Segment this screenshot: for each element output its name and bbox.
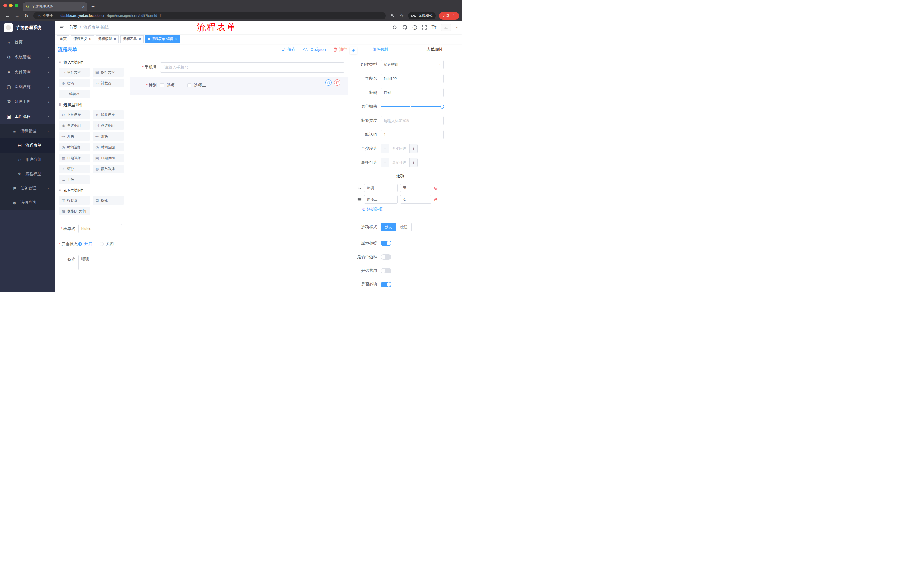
fullscreen-icon[interactable] [422,25,427,30]
status-on-radio[interactable]: 开启 [78,242,92,247]
font-size-icon[interactable]: TT [431,25,436,30]
palette-item-multi-line-text[interactable]: ▤多行文本 [93,68,124,77]
option-label-input[interactable] [364,195,398,204]
back-icon[interactable]: ← [3,13,12,18]
palette-item-slider[interactable]: ⊷滑块 [93,132,124,141]
palette-item-button[interactable]: ⊡按钮 [93,196,124,204]
copy-field-button[interactable] [325,79,332,86]
title-input[interactable] [381,88,444,97]
field-name-input[interactable] [381,74,444,83]
github-icon[interactable] [402,25,408,30]
phone-field-row[interactable]: 手机号 [130,62,348,72]
breadcrumb-home[interactable]: 首页 [69,25,77,30]
save-button[interactable]: 保存 [281,47,295,52]
hamburger-icon[interactable] [55,25,69,30]
option-value-input[interactable] [400,195,431,204]
bookmark-star-icon[interactable]: ☆ [398,13,406,18]
palette-item-time-range[interactable]: ◶时间范围 [93,143,124,151]
drag-handle-icon[interactable] [357,186,361,190]
tab-process-form-edit[interactable]: 流程表单-编辑× [145,35,180,43]
sidebar-item-process-model[interactable]: ✈流程模型 [0,167,55,181]
sidebar-logo[interactable]: 芋道管理系统 [0,21,55,35]
sidebar-item-process-form[interactable]: ▤流程表单 [0,138,55,153]
min-select-input[interactable] [389,144,409,153]
tab-process-form[interactable]: 流程表单× [120,35,144,43]
password-key-icon[interactable] [389,13,397,18]
palette-item-switch[interactable]: ⊶开关 [59,132,90,141]
palette-item-counter[interactable]: 123计数器 [93,79,124,87]
form-name-input[interactable] [78,224,122,233]
close-icon[interactable]: × [89,37,91,41]
sidebar-item-infrastructure[interactable]: ▢基础设施∨ [0,79,55,94]
palette-item-single-line-text[interactable]: ▭单行文本 [59,68,90,77]
forward-icon[interactable]: → [13,13,22,18]
decrease-icon[interactable]: − [381,144,389,153]
help-icon[interactable]: ? [412,25,417,30]
option-value-input[interactable] [400,184,431,192]
toggle-show-label[interactable] [381,240,391,246]
clear-button[interactable]: 清空 [333,47,347,52]
slider-track[interactable] [381,106,444,107]
close-icon[interactable]: × [139,37,141,41]
increase-icon[interactable]: + [409,158,417,167]
sidebar-item-process-mgmt[interactable]: ≡流程管理∧ [0,124,55,138]
palette-item-rate[interactable]: ☆评分 [59,165,90,173]
tab-component-props[interactable]: 组件属性 [353,44,408,55]
palette-item-upload[interactable]: ☁上传 [59,175,90,184]
close-icon[interactable]: × [114,37,116,41]
sidebar-item-leave-query[interactable]: ☻请假查询 [0,196,55,210]
palette-item-date-range[interactable]: ▣日期范围 [93,154,124,162]
palette-item-time-picker[interactable]: ◷时间选择 [59,143,90,151]
palette-item-date-picker[interactable]: ▦日期选择 [59,154,90,162]
option-style-button-button[interactable]: 按钮 [396,223,412,232]
window-zoom-button[interactable] [15,4,18,7]
form-remark-textarea[interactable]: 嘿嘿 [78,255,122,270]
search-icon[interactable] [393,25,398,30]
status-off-radio[interactable]: 关闭 [100,242,114,247]
slider-handle[interactable] [440,105,444,109]
palette-item-cascader[interactable]: ⋔级联选择 [93,110,124,119]
window-minimize-button[interactable] [9,4,13,7]
update-button[interactable]: 更新 ⋮ [439,12,459,20]
label-width-input[interactable] [381,116,444,125]
palette-item-table[interactable]: ▩表格[开发中] [59,207,90,216]
window-close-button[interactable] [3,4,7,7]
max-select-input[interactable] [389,158,409,167]
palette-item-color-picker[interactable]: ◍颜色选择 [93,165,124,173]
palette-item-select[interactable]: ⊙下拉选择 [59,110,90,119]
increase-icon[interactable]: + [409,144,417,153]
palette-item-editor[interactable]: 编辑器 [59,90,90,98]
sidebar-item-devtools[interactable]: ⚒研发工具∨ [0,94,55,109]
toggle-required[interactable] [381,282,391,287]
palette-item-radio-group[interactable]: ◉单选框组 [59,121,90,130]
checkbox-option[interactable]: 选项一 [160,83,179,88]
add-option-button[interactable]: ⊕ 添加选项 [362,207,444,212]
avatar[interactable] [441,24,451,31]
option-label-input[interactable] [364,184,398,192]
default-value-input[interactable] [381,130,444,139]
palette-item-checkbox-group[interactable]: ☑多选框组 [93,121,124,130]
sidebar-item-user-group[interactable]: ☺用户分组 [0,153,55,167]
sidebar-item-workflow[interactable]: ▣工作流程∧ [0,109,55,124]
remove-option-icon[interactable]: ⊖ [434,186,438,191]
new-tab-button[interactable]: + [87,2,99,11]
sidebar-item-system[interactable]: ⚙系统管理∨ [0,50,55,64]
option-style-default-button[interactable]: 默认 [381,223,396,232]
checkbox-option[interactable]: 选项二 [187,83,206,88]
toggle-disabled[interactable] [381,268,391,273]
view-json-button[interactable]: 查看json [303,47,326,52]
toggle-with-border[interactable] [381,254,391,260]
link-icon[interactable] [350,47,357,54]
tab-home[interactable]: 首页 [57,35,69,43]
component-type-select[interactable]: 多选框组 ∨ [381,60,444,69]
decrease-icon[interactable]: − [381,158,389,167]
sidebar-item-payment[interactable]: ¥支付管理∨ [0,64,55,79]
tab-process-model[interactable]: 流程模型× [96,35,119,43]
phone-input[interactable] [160,62,345,72]
palette-item-password[interactable]: ⊛密码 [59,79,90,87]
tab-form-props[interactable]: 表单属性 [408,44,462,55]
sidebar-item-task-mgmt[interactable]: ⚑任务管理∨ [0,181,55,196]
tab-process-definition[interactable]: 流程定义× [71,35,94,43]
reload-icon[interactable]: ↻ [22,13,31,18]
palette-item-row-container[interactable]: ◫行容器 [59,196,90,204]
